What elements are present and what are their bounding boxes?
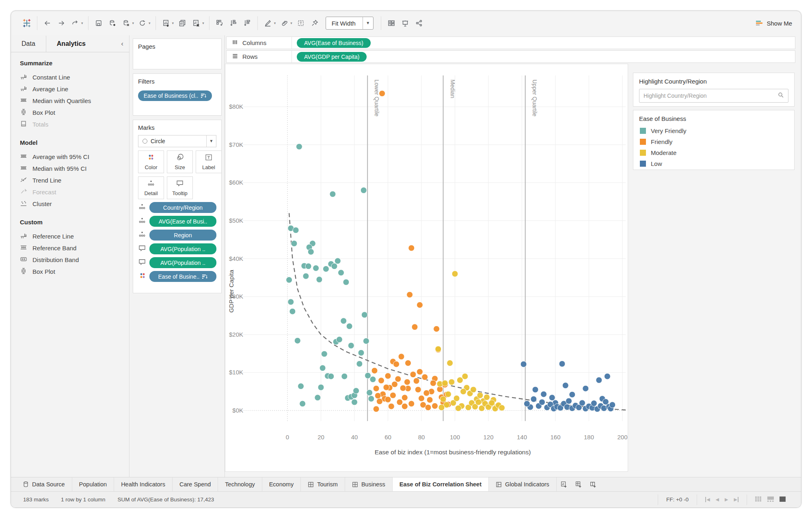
sheet-tab-economy[interactable]: Economy [262,477,301,491]
mark-circle[interactable] [520,361,527,367]
mark-circle[interactable] [475,399,482,405]
mark-circle[interactable] [318,384,324,390]
swap-rows-and-columns-icon[interactable] [213,17,227,29]
save-icon[interactable] [92,17,106,29]
back-icon[interactable] [41,17,54,29]
mark-circle[interactable] [413,378,419,384]
mark-circle[interactable] [452,271,458,277]
mark-circle[interactable] [348,342,354,348]
mark-circle[interactable] [313,265,319,271]
mark-circle[interactable] [566,398,572,404]
analytics-item[interactable]: Median with Quartiles [20,95,129,107]
mark-circle[interactable] [373,406,379,412]
mark-circle[interactable] [541,391,547,397]
mark-field-pill[interactable]: AVG(Ease of Busi.. [149,216,216,227]
mark-circle[interactable] [353,388,359,394]
mark-circle[interactable] [559,361,565,367]
sheet-tab-technology[interactable]: Technology [218,477,262,491]
mark-circle[interactable] [460,389,466,395]
mark-circle[interactable] [293,227,299,233]
sheet-tab-global-indicators[interactable]: Global Indicators [489,477,557,491]
tab-data[interactable]: Data [11,36,46,52]
redo-icon[interactable] [68,17,82,29]
mark-circle[interactable] [489,400,495,406]
sort-ascending-icon[interactable] [227,17,240,29]
mark-circle[interactable] [371,368,378,374]
analytics-item[interactable]: Average Line [20,83,129,95]
mark-circle[interactable] [316,277,322,283]
mark-circle[interactable] [367,390,373,396]
mark-circle[interactable] [376,398,382,404]
size-button[interactable]: Size [167,150,193,173]
mark-circle[interactable] [365,372,371,378]
mark-circle[interactable] [388,403,394,409]
mark-circle[interactable] [393,361,400,367]
mark-circle[interactable] [320,365,326,371]
mark-circle[interactable] [539,399,545,405]
mark-circle[interactable] [341,373,348,379]
new-worksheet-button[interactable] [557,477,571,491]
mark-circle[interactable] [434,326,440,332]
analytics-item[interactable]: Box Plot [20,266,129,277]
legend-item[interactable]: Very Friendly [639,125,788,136]
text-label-icon[interactable] [294,17,308,29]
mark-circle[interactable] [402,403,408,409]
mark-circle[interactable] [417,302,423,308]
group-members-icon[interactable] [277,17,291,29]
mark-circle[interactable] [336,337,342,343]
analytics-item[interactable]: Box Plot [20,107,129,118]
mark-circle[interactable] [435,346,441,352]
mark-circle[interactable] [390,392,396,398]
mark-circle[interactable] [341,318,347,324]
mark-field-pill[interactable]: Ease of Busine.. [149,271,216,282]
mark-circle[interactable] [430,380,436,386]
view-mode-grid-icon[interactable] [755,497,762,503]
presentation-mode-icon[interactable] [398,17,412,29]
mark-circle[interactable] [305,263,311,269]
mark-circle[interactable] [470,387,476,393]
clear-sheet-icon[interactable] [189,17,203,29]
first-page-icon[interactable]: ◀ [705,497,710,502]
mark-circle[interactable] [524,401,530,407]
mark-circle[interactable] [423,390,430,396]
highlight-icon[interactable] [261,17,275,29]
show-hide-cards-icon[interactable] [384,17,398,29]
mark-circle[interactable] [462,373,468,379]
mark-circle[interactable] [308,249,314,255]
chevron-down-icon[interactable]: ▾ [132,21,134,25]
mark-circle[interactable] [569,391,575,398]
mark-circle[interactable] [375,393,381,399]
mark-circle[interactable] [596,377,602,383]
mark-circle[interactable] [358,350,364,356]
mark-circle[interactable] [449,379,455,385]
label-button[interactable]: Label [196,150,222,173]
mark-circle[interactable] [331,263,337,269]
mark-circle[interactable] [438,404,445,411]
analytics-item[interactable]: Reference Line [20,230,129,242]
color-button[interactable]: Color [138,150,164,173]
mark-circle[interactable] [385,396,391,402]
new-dashboard-button[interactable] [571,477,586,491]
mark-circle[interactable] [383,384,389,390]
fit-mode-dropdown[interactable]: Fit Width▼ [326,17,374,30]
mark-type-dropdown[interactable]: Circle ▼ [138,135,216,147]
mark-circle[interactable] [457,377,463,383]
mark-circle[interactable] [427,397,433,403]
highlight-search-input[interactable] [644,92,777,99]
collapse-panel-icon[interactable]: ‹ [115,40,129,48]
mark-circle[interactable] [385,373,391,379]
analytics-item[interactable]: Cluster [20,198,129,210]
pause-auto-updates-icon[interactable] [119,17,133,29]
sheet-tab-ease-of-biz-correlation-sheet[interactable]: Ease of Biz Correlation Sheet [393,477,489,491]
share-workbook-icon[interactable] [412,17,426,29]
mark-circle[interactable] [321,351,327,357]
chevron-down-icon[interactable]: ▼ [206,135,216,147]
mark-circle[interactable] [400,385,406,391]
mark-circle[interactable] [432,403,438,409]
mark-circle[interactable] [379,90,385,97]
mark-circle[interactable] [294,337,300,344]
mark-circle[interactable] [298,383,304,389]
columns-field-pill[interactable]: AVG(Ease of Business) [297,38,371,48]
legend-item[interactable]: Low [639,158,788,169]
previous-page-icon[interactable]: ◀ [716,497,719,502]
